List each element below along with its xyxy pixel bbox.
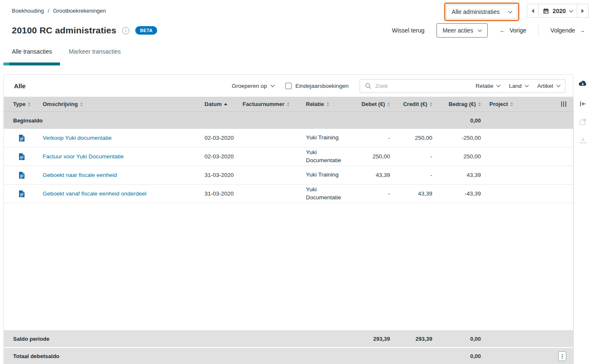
document-type-icon[interactable]	[4, 190, 39, 197]
group-title: Alle	[14, 82, 26, 90]
chevron-down-icon	[508, 9, 512, 14]
eindejaarsboekingen-checkbox[interactable]	[285, 83, 292, 89]
table-row: Geboekt naar fiscale eenheid 31-03-2020 …	[4, 166, 573, 185]
table-row: Verkoop Yuki documentatie 02-03-2020 Yuk…	[4, 129, 573, 147]
next-year-button[interactable]	[577, 4, 589, 18]
meer-acties-button[interactable]: Meer acties	[436, 23, 488, 38]
column-header-credit[interactable]: Credit (€)	[395, 101, 437, 107]
cell-datum: 02-03-2020	[201, 153, 239, 160]
breadcrumb-separator: /	[48, 8, 49, 14]
cell-relatie: Yuki Documentatie	[303, 186, 357, 201]
breadcrumb-boekhouding[interactable]: Boekhouding	[12, 8, 44, 14]
column-settings-icon[interactable]	[561, 101, 567, 107]
artikel-filter-dropdown[interactable]: Artikel	[537, 83, 560, 89]
meer-acties-label: Meer acties	[443, 27, 473, 34]
search-input[interactable]	[375, 83, 467, 89]
search-icon	[365, 83, 371, 89]
land-filter-dropdown[interactable]: Land	[509, 83, 528, 89]
vorige-link[interactable]: ← Vorige	[499, 27, 527, 34]
title-actions: Wissel terug Meer acties ← Vorige Volgen…	[392, 23, 586, 38]
cell-debet: -	[357, 135, 395, 141]
column-header-relatie[interactable]: Relatie	[303, 101, 357, 107]
sort-icon	[80, 102, 83, 106]
chevron-down-icon	[497, 83, 501, 87]
column-header-factuurnummer[interactable]: Factuurnummer	[239, 101, 303, 107]
topbar-right: Alle administraties 2020	[444, 3, 589, 21]
vertical-divider	[538, 25, 539, 35]
administration-selector[interactable]: Alle administraties	[446, 5, 517, 19]
column-header-datum[interactable]: Datum	[201, 101, 239, 107]
table-header: Type Omschrijving Datum Factuurnummer Re…	[4, 97, 573, 112]
eindejaarsboekingen-toggle[interactable]: Eindejaarsboekingen	[285, 83, 349, 89]
calendar-icon	[543, 8, 549, 14]
collapse-panel-icon[interactable]	[579, 101, 587, 107]
sort-ascending-icon	[224, 103, 227, 105]
triangle-right-icon	[581, 9, 584, 13]
filters: Groeperen op Eindejaarsboekingen Relatie	[232, 79, 565, 93]
tab-markeer-transacties[interactable]: Markeer transacties	[69, 48, 121, 62]
cell-relatie: Yuki Training	[303, 134, 357, 141]
totaal-debetsaldo-row: Totaal debetsaldo 0,00 ⋮	[4, 347, 573, 364]
document-type-icon[interactable]	[4, 172, 39, 179]
volgende-link[interactable]: Volgende →	[551, 27, 585, 34]
transactions-card: Alle Groeperen op Eindejaarsboekingen	[3, 74, 573, 364]
column-header-project[interactable]: Project	[486, 101, 528, 107]
administration-selector-highlight: Alle administraties	[444, 3, 519, 21]
column-header-debet[interactable]: Debet (€)	[357, 101, 395, 107]
download-icon[interactable]	[579, 136, 587, 144]
totaal-debetsaldo-label: Totaal debetsaldo	[4, 353, 357, 359]
right-toolbar	[573, 74, 592, 364]
sort-icon	[327, 102, 329, 106]
chevron-down-icon	[270, 83, 275, 87]
cell-credit: 43,39	[395, 190, 437, 197]
totaal-debetsaldo-bedrag: 0,00	[437, 353, 486, 359]
sort-icon	[430, 102, 432, 106]
tab-alle-transacties[interactable]: Alle transacties	[12, 48, 52, 62]
transaction-link[interactable]: Verkoop Yuki documentatie	[43, 135, 112, 141]
page-title: 20100 RC administraties	[12, 25, 116, 35]
chevron-down-icon	[557, 83, 561, 87]
relatie-filter-dropdown[interactable]: Relatie	[475, 83, 500, 89]
toolbar-divider	[573, 98, 574, 364]
chevron-down-icon	[569, 8, 573, 12]
empty-space	[4, 203, 573, 330]
arrow-left-icon: ←	[499, 27, 505, 34]
relatie-filter-label: Relatie	[475, 83, 493, 89]
saldo-periode-row: Saldo periode 293,39 293,39 0,00	[4, 330, 573, 347]
cell-bedrag: 250,00	[437, 153, 486, 160]
document-type-icon[interactable]	[4, 153, 39, 160]
volgende-label: Volgende	[551, 27, 575, 34]
cell-bedrag: -43,39	[437, 190, 486, 197]
triangle-left-icon	[532, 9, 534, 13]
column-header-type[interactable]: Type	[4, 101, 39, 107]
cell-relatie: Yuki Training	[303, 171, 357, 179]
year-navigation: 2020	[527, 4, 589, 18]
document-type-icon[interactable]	[4, 135, 39, 141]
saldo-periode-debet: 293,39	[357, 336, 395, 342]
groeperen-op-dropdown[interactable]: Groeperen op	[232, 83, 274, 89]
beginsaldo-row: Beginsaldo 0,00	[4, 112, 573, 129]
saldo-periode-credit: 293,39	[395, 336, 437, 342]
sort-icon	[387, 102, 390, 106]
cell-datum: 31-03-2020	[201, 172, 239, 178]
transaction-link[interactable]: Factuur voor Yuki Documentatie	[43, 153, 124, 160]
breadcrumb: Boekhouding / Grootboekrekeningen	[12, 3, 106, 14]
saldo-periode-bedrag: 0,00	[437, 336, 486, 342]
row-options-button[interactable]: ⋮	[558, 351, 566, 361]
eindejaarsboekingen-label: Eindejaarsboekingen	[295, 83, 349, 89]
year-selector[interactable]: 2020	[539, 4, 577, 18]
expand-icon[interactable]	[579, 118, 587, 125]
transaction-link[interactable]: Geboekt naar fiscale eenheid	[43, 172, 117, 178]
breadcrumb-grootboekrekeningen[interactable]: Grootboekrekeningen	[53, 8, 106, 14]
sort-icon	[28, 102, 30, 106]
info-icon[interactable]: i	[122, 27, 129, 34]
previous-year-button[interactable]	[527, 4, 539, 18]
transaction-link[interactable]: Geboekt vanaf fiscale eenheid onderdeel	[43, 190, 146, 197]
column-header-bedrag[interactable]: Bedrag (€)	[437, 101, 486, 107]
cell-relatie: Yuki Documentatie	[303, 149, 357, 164]
column-header-omschrijving[interactable]: Omschrijving	[39, 101, 201, 107]
groeperen-op-label: Groeperen op	[232, 83, 267, 89]
download-cloud-icon[interactable]	[578, 80, 587, 87]
wissel-terug-link[interactable]: Wissel terug	[392, 27, 425, 34]
cell-datum: 31-03-2020	[201, 190, 239, 197]
